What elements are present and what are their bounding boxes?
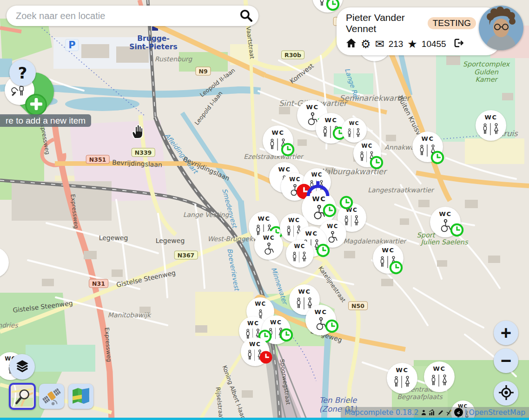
man-icon [318, 0, 325, 8]
map-label: Expressweg [103, 327, 112, 362]
changesets-count: 10455 [422, 39, 446, 49]
icon-divider [401, 376, 402, 388]
icon-divider [351, 215, 351, 226]
user-avatar[interactable] [479, 6, 523, 50]
icon-divider [293, 225, 294, 236]
opening-hours-clock-badge [389, 261, 403, 275]
basemap-satellite-button[interactable] [39, 384, 64, 409]
attribution-app[interactable]: Mapcomplete 0.18.2 [344, 408, 418, 417]
wheelchair-icon [326, 231, 338, 244]
help-button[interactable]: ? [9, 59, 36, 86]
marker-wc-label: WC [306, 104, 319, 110]
road-ref-badge: R30b [281, 51, 304, 59]
map-label: Seminariekwartier [339, 94, 410, 103]
man-icon [359, 151, 365, 164]
man-icon [393, 375, 400, 389]
woman-icon [492, 122, 500, 137]
search-icon [239, 9, 252, 23]
messages-envelope-icon[interactable]: ✉ [375, 39, 384, 50]
edit-pencil-icon [437, 409, 444, 416]
map-label: Spoorwegstraat [278, 359, 291, 405]
satellite-icon [42, 386, 61, 407]
map-label: Gistelse Steenweg [116, 269, 176, 289]
marker-wc-label: WC [325, 117, 337, 123]
toilet-marker[interactable]: WC [342, 118, 367, 143]
minus-glyph: − [501, 350, 511, 371]
man-icon [295, 296, 302, 311]
license-icon[interactable] [454, 408, 463, 417]
toilet-marker[interactable]: WC [424, 361, 455, 392]
toilet-marker[interactable]: WC [387, 363, 417, 394]
opening-hours-clock-badge [430, 151, 444, 164]
map-label: Julien Saelens [421, 238, 468, 246]
marker-wc-label: WC [298, 289, 311, 295]
marker-wc-label: WC [247, 320, 259, 326]
geolocate-button[interactable] [494, 381, 518, 406]
opening-hours-clock-badge [450, 223, 464, 237]
zoom-out-button[interactable]: − [494, 348, 518, 373]
opening-hours-clock-badge [325, 319, 339, 333]
map-label: Sportcomplex Gulden Kamer [463, 60, 509, 84]
add-new-item-button[interactable] [25, 94, 47, 116]
marker-wc-label: WC [272, 130, 284, 136]
page-edge-bar [0, 418, 529, 420]
icon-divider [299, 251, 299, 262]
opening-hours-clock-badge [339, 196, 353, 210]
map-label: Bevrijdingslaan [112, 158, 162, 169]
user-name[interactable]: Pieter Vander Vennet [346, 12, 423, 34]
search-button[interactable] [238, 8, 254, 24]
search-input[interactable] [15, 10, 238, 22]
logout-icon[interactable] [453, 38, 464, 50]
marker-wc-label: WC [258, 216, 271, 222]
changesets-star-icon[interactable]: ★ [407, 39, 417, 50]
icon-divider [304, 297, 304, 309]
basemap-osm-button[interactable] [9, 383, 36, 410]
man-icon [379, 255, 386, 269]
icon-divider [427, 144, 427, 157]
zoom-in-button[interactable]: + [494, 321, 518, 345]
icon-divider [387, 256, 388, 268]
layers-button[interactable] [9, 354, 35, 380]
man-icon [430, 374, 437, 388]
man-icon [343, 214, 350, 228]
marker-wc-label: WC [270, 319, 282, 325]
home-icon[interactable] [346, 38, 357, 50]
marker-wc-label: WC [349, 121, 359, 126]
map-label: Lange Vesting [183, 211, 229, 218]
toilet-marker[interactable]: WC [286, 240, 314, 268]
settings-gear-icon[interactable]: ⚙ [361, 39, 371, 50]
map-canvas[interactable]: Brugge- Sint-PietersRustenburgSint-Gilli… [0, 0, 529, 420]
map-label: Gistelse Steenweg [13, 299, 73, 314]
map-label: Afleidingsvaart [163, 132, 199, 175]
toilet-marker[interactable]: WC [0, 247, 9, 278]
opening-hours-clock-badge [279, 328, 293, 342]
marker-wc-label: WC [362, 143, 373, 149]
map-label: ndries [0, 322, 18, 329]
messages-count: 213 [389, 39, 403, 49]
map-label: Minnewater [270, 266, 289, 305]
add-item-tooltip: re to add a new item [0, 114, 91, 127]
toilet-marker[interactable]: WC [254, 231, 283, 260]
user-panel: Pieter Vander Vennet TESTING ⚙ ✉ 213 ★ 1… [337, 6, 522, 52]
marker-wc-label: WC [433, 366, 446, 372]
map-label: Koning Albert I-laan [221, 365, 247, 420]
testing-badge: TESTING [428, 17, 476, 29]
icon-divider [330, 126, 331, 138]
search-bar [7, 6, 258, 26]
plus-icon [30, 98, 42, 112]
toilet-marker[interactable]: WC [476, 110, 506, 141]
basemap-map-button[interactable] [68, 384, 93, 409]
marker-wc-label: WC [327, 223, 338, 229]
man-icon [291, 251, 298, 264]
map-label: Sport [417, 231, 435, 239]
marker-wc-label: WC [485, 114, 497, 120]
surveyor-flag-icon [446, 409, 452, 416]
map-label: Smedenvest [221, 188, 238, 229]
road-ref-badge: P [65, 39, 79, 51]
direction-arc-icon [306, 180, 330, 197]
marker-wc-label: WC [422, 136, 434, 142]
osm-link[interactable]: OpenStreetMap [469, 408, 525, 417]
opening-hours-clock-badge [370, 156, 384, 170]
road-ref-badge: N50 [348, 302, 368, 310]
marker-wc-label: WC [439, 211, 452, 217]
